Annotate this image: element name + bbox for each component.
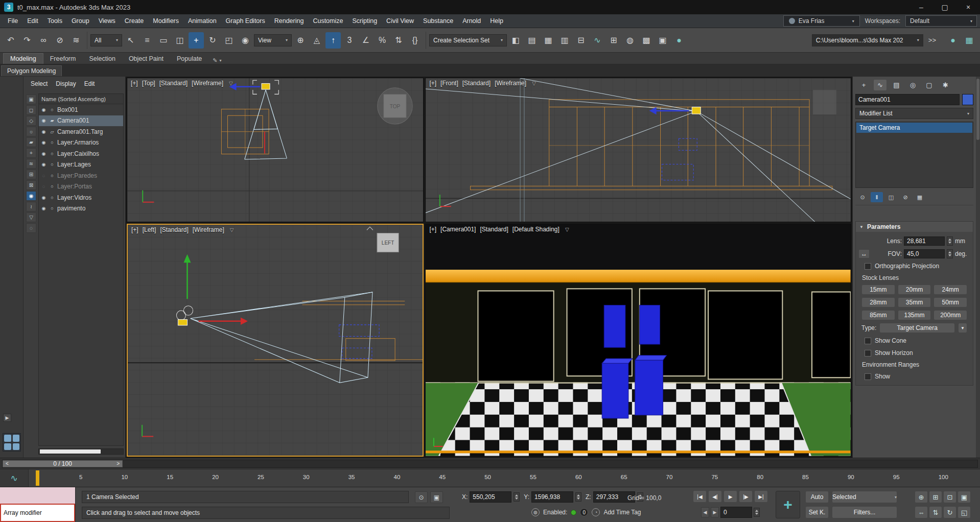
object-name-field[interactable]: Camera001 xyxy=(855,94,960,105)
se-display-helpers-icon[interactable]: + xyxy=(26,148,36,158)
toggle-layer-explorer-icon[interactable]: ▥ xyxy=(557,32,572,49)
viewport-menu-pov[interactable]: [Left] xyxy=(143,226,156,233)
scene-object-row[interactable]: ◉ ○ pavimento xyxy=(39,203,123,215)
hierarchy-tab-icon[interactable]: ▤ xyxy=(890,80,903,90)
visibility-eye-icon[interactable]: ◉ xyxy=(40,118,47,123)
scene-object-row[interactable]: ◉ ▰ Camera001 xyxy=(39,115,123,127)
selection-lock-icon[interactable]: ▣ xyxy=(430,491,443,503)
modifier-list-dropdown[interactable]: Modifier List ▾ xyxy=(855,108,973,119)
se-display-cameras-icon[interactable]: ▰ xyxy=(26,137,36,147)
se-display-materials-icon[interactable]: ◉ xyxy=(26,191,36,201)
minimize-button[interactable]: – xyxy=(909,0,933,14)
toggle-ribbon-icon[interactable]: ⊟ xyxy=(573,32,589,49)
set-key-button[interactable]: + xyxy=(776,491,800,518)
menu-item[interactable]: Civil View xyxy=(382,15,418,27)
env-show-checkbox[interactable] xyxy=(865,373,871,380)
tab-polygon-modeling[interactable]: Polygon Modeling xyxy=(1,65,62,76)
viewport-menu-pov[interactable]: [Top] xyxy=(142,80,155,87)
menu-item[interactable]: Modifiers xyxy=(148,15,183,27)
lens-spinner[interactable] xyxy=(947,236,953,246)
walk-through-icon[interactable]: ⇅ xyxy=(929,506,942,518)
layout-tray-icon[interactable] xyxy=(3,433,21,452)
viewport-filter-icon[interactable]: ▽ xyxy=(532,81,536,86)
viewport-menu-renderer[interactable]: [Standard] xyxy=(462,80,491,87)
menu-item[interactable]: Animation xyxy=(183,15,221,27)
configure-modifier-sets-icon[interactable]: ▦ xyxy=(914,192,926,202)
menu-item[interactable]: Arnold xyxy=(458,15,485,27)
viewport-menu-pov[interactable]: [Front] xyxy=(440,80,458,87)
stock-lens-button[interactable]: 200mm xyxy=(934,310,967,320)
viewport-menu-renderer[interactable]: [Standard] xyxy=(159,80,188,87)
window-crossing-toggle-icon[interactable]: ◫ xyxy=(172,32,188,49)
menu-item[interactable]: Edit xyxy=(22,15,43,27)
front-viewport-canvas[interactable] xyxy=(426,78,851,222)
select-and-place-icon[interactable]: ◉ xyxy=(238,32,253,49)
previous-frame-arrow[interactable]: < xyxy=(6,461,9,466)
menu-item[interactable]: Group xyxy=(67,15,94,27)
viewport-filter-icon[interactable]: ▽ xyxy=(229,81,233,86)
isolate-selection-icon[interactable]: ⊙ xyxy=(415,491,428,503)
stock-lens-button[interactable]: 24mm xyxy=(934,284,967,295)
key-filters-button[interactable]: Filters... xyxy=(832,506,897,518)
menu-item[interactable]: Graph Editors xyxy=(221,15,270,27)
viewport-menu-general[interactable]: [+] xyxy=(429,226,436,233)
goto-start-button[interactable]: |◀ xyxy=(693,490,707,503)
viewport-menu-shading[interactable]: [Wireframe] xyxy=(192,80,223,87)
se-display-xrefs-icon[interactable]: ⊠ xyxy=(26,180,36,190)
utilities-tab-icon[interactable]: ✱ xyxy=(939,80,952,90)
top-viewport-canvas[interactable]: TOP xyxy=(127,78,423,222)
viewport-filter-icon[interactable]: ▽ xyxy=(230,227,234,233)
redo-icon[interactable]: ↷ xyxy=(19,32,35,49)
motion-tab-icon[interactable]: ◎ xyxy=(906,80,919,90)
schematic-view-icon[interactable]: ⊞ xyxy=(606,32,621,49)
selection-filter-dropdown[interactable]: All ▾ xyxy=(90,34,122,46)
lens-field[interactable]: 28,681 xyxy=(904,236,945,246)
camera-type-dropdown[interactable]: Target Camera xyxy=(879,323,955,333)
show-end-result-icon[interactable]: ‖ xyxy=(871,192,883,202)
next-frame-arrow[interactable]: > xyxy=(116,461,120,466)
pin-stack-icon[interactable]: ⊙ xyxy=(856,192,869,202)
viewport-menu-shading[interactable]: [Wireframe] xyxy=(495,80,526,87)
use-pivot-point-center-icon[interactable]: ⊕ xyxy=(293,32,308,49)
expand-tray-button[interactable]: ▶ xyxy=(3,414,11,422)
visibility-eye-icon[interactable]: ◉ xyxy=(40,206,47,211)
ribbon-config-icon[interactable]: ✎ ▾ xyxy=(208,57,225,64)
maxscript-mini-listener[interactable]: Array modifier xyxy=(0,487,76,522)
maximize-button[interactable]: ▢ xyxy=(933,0,956,14)
keyboard-shortcut-override-icon[interactable]: ↑ xyxy=(325,32,341,49)
named-selection-set-dropdown[interactable]: Create Selection Set ▾ xyxy=(429,34,507,46)
zoom-icon[interactable]: ⊕ xyxy=(915,491,928,503)
visibility-eye-icon[interactable]: ◌ xyxy=(40,184,47,189)
edit-named-selection-sets-icon[interactable]: {} xyxy=(407,32,423,49)
se-pick-container-icon[interactable]: ◌ xyxy=(26,223,36,233)
viewport-top[interactable]: TOP [+] [Top] [Standard] [Wireframe] ▽ xyxy=(127,78,424,222)
previous-frame-button[interactable]: ◀| xyxy=(708,490,722,503)
listener-pane[interactable]: Array modifier xyxy=(0,504,75,522)
spinner-snap-icon[interactable]: ⇅ xyxy=(391,32,406,49)
add-time-tag[interactable]: Add Time Tag xyxy=(603,509,641,516)
show-cone-checkbox[interactable] xyxy=(865,338,871,344)
menu-item[interactable]: File xyxy=(3,15,22,27)
previous-key-icon[interactable]: ◀ xyxy=(701,507,709,517)
rectangular-selection-region-icon[interactable]: ▭ xyxy=(156,32,171,49)
workspace-dropdown[interactable]: Default ▾ xyxy=(905,15,977,27)
stock-lens-button[interactable]: 35mm xyxy=(898,297,931,307)
viewport-menu-pov[interactable]: [Camera001] xyxy=(440,226,476,233)
reference-coordinate-dropdown[interactable]: View ▾ xyxy=(254,34,292,46)
mirror-icon[interactable]: ◧ xyxy=(508,32,523,49)
visibility-eye-icon[interactable]: ◉ xyxy=(40,151,47,156)
viewport-menu-renderer[interactable]: [Standard] xyxy=(480,226,508,233)
fov-direction-button[interactable]: ↔ xyxy=(858,249,870,258)
command-panel-scrollbar[interactable] xyxy=(976,77,980,458)
visibility-eye-icon[interactable]: ◌ xyxy=(40,173,47,178)
percent-snap-icon[interactable]: % xyxy=(375,32,390,49)
visibility-eye-icon[interactable]: ◉ xyxy=(40,107,47,112)
next-frame-button[interactable]: |▶ xyxy=(739,490,753,503)
ribbon-tab[interactable]: Freeform xyxy=(43,54,83,64)
orbit-icon[interactable]: ↻ xyxy=(943,506,956,518)
se-display-lights-icon[interactable]: ☼ xyxy=(26,127,36,136)
time-tag-icon[interactable]: ◔ xyxy=(592,508,600,516)
align-icon[interactable]: ▤ xyxy=(524,32,540,49)
mini-curve-editor-icon[interactable]: ∿ xyxy=(0,469,29,487)
degradation-icon[interactable]: ◍ xyxy=(531,508,540,516)
